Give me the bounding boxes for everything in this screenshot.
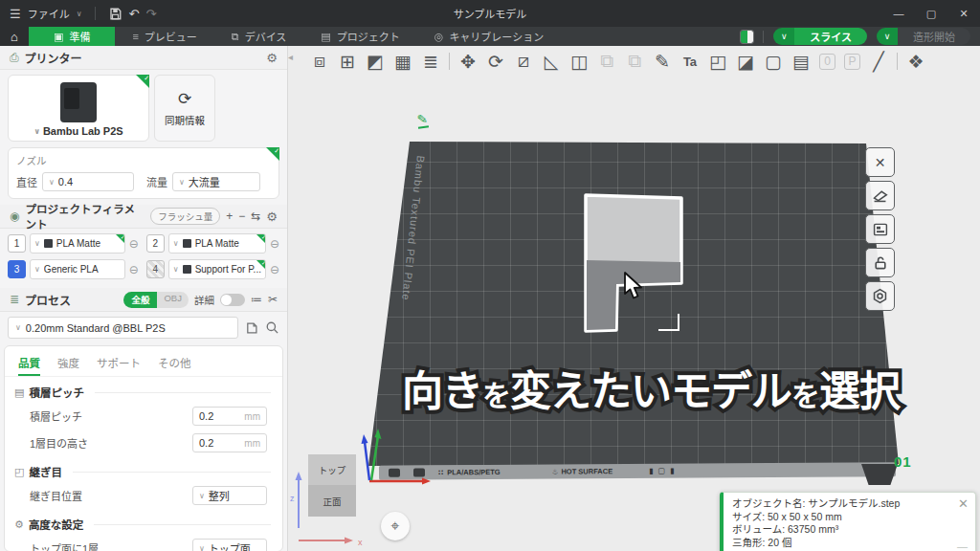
filament-number[interactable]: 1 bbox=[8, 234, 26, 253]
file-menu[interactable]: ファイル bbox=[28, 6, 70, 21]
paint-icon[interactable]: ✎ bbox=[653, 50, 672, 73]
text-tool-icon[interactable]: Ta bbox=[680, 50, 700, 73]
nozzle-flow-value: 大流量 bbox=[189, 174, 220, 189]
variable-layer-height-icon[interactable]: ▤ bbox=[791, 50, 811, 73]
print-button[interactable]: 造形開始 bbox=[898, 28, 970, 45]
synced-badge-icon bbox=[266, 147, 279, 161]
tab-calibration[interactable]: ◎ キャリブレーション bbox=[417, 27, 561, 46]
cut-icon[interactable]: ◫ bbox=[569, 50, 589, 73]
print-dropdown-chevron-icon[interactable]: ∨ bbox=[877, 28, 898, 45]
printer-card[interactable]: ∨ Bambu Lab P2S bbox=[8, 75, 149, 142]
tab-strength[interactable]: 強度 bbox=[57, 355, 79, 370]
lay-on-face-icon[interactable]: ◺ bbox=[542, 50, 561, 73]
remove-slot-icon[interactable]: ⊖ bbox=[129, 263, 139, 276]
tab-others[interactable]: その他 bbox=[158, 355, 191, 370]
first-layer-height-input[interactable]: 0.2 mm bbox=[192, 433, 267, 452]
tab-preview[interactable]: ≡ プレビュー bbox=[115, 27, 213, 46]
deform-icon[interactable]: ▢ bbox=[764, 50, 783, 73]
filament-select[interactable]: ∨ Support For P... bbox=[168, 259, 266, 279]
sync-info-button[interactable]: ⟳ 同期情報 bbox=[154, 75, 215, 142]
undo-icon[interactable]: ↶ bbox=[129, 7, 140, 21]
filament-select[interactable]: ∨ PLA Matte bbox=[168, 233, 266, 253]
tab-project[interactable]: ▤ プロジェクト bbox=[303, 27, 416, 46]
auto-orient-icon[interactable]: ◩ bbox=[366, 50, 385, 73]
auto-arrange-icon[interactable]: ▦ bbox=[393, 50, 412, 73]
menu-icon[interactable]: ☰ bbox=[10, 7, 21, 21]
rotate-icon[interactable]: ⟳ bbox=[486, 50, 505, 73]
assembly-icon[interactable]: ❖ bbox=[906, 50, 925, 73]
svg-text:x: x bbox=[358, 538, 363, 547]
slice-button[interactable]: スライス bbox=[794, 28, 867, 45]
seam-position-select[interactable]: ∨ 整列 bbox=[192, 486, 267, 505]
filament-number[interactable]: 4 bbox=[146, 260, 165, 278]
tab-prepare[interactable]: ▣ 準備 bbox=[29, 27, 115, 46]
measure-icon[interactable]: ╱ bbox=[869, 50, 888, 73]
add-model-icon[interactable]: ⧈ bbox=[310, 50, 329, 73]
edit-plate-name-icon[interactable]: ✎ bbox=[416, 112, 429, 128]
synced-badge-icon bbox=[256, 233, 266, 244]
search-preset-icon[interactable] bbox=[265, 320, 279, 335]
add-plate-icon[interactable]: ⊞ bbox=[338, 50, 357, 73]
scope-global-button[interactable]: 全般 bbox=[123, 292, 157, 308]
param-label: 継ぎ目位置 bbox=[30, 488, 82, 503]
redo-icon[interactable]: ↷ bbox=[145, 7, 156, 21]
scope-object-button[interactable]: OBJ bbox=[157, 292, 188, 308]
plate-list-icon[interactable] bbox=[741, 31, 753, 43]
process-preset-select[interactable]: ∨ 0.20mm Standard @BBL P2S bbox=[8, 317, 238, 339]
printer-name[interactable]: Bambu Lab P2S bbox=[43, 125, 123, 137]
remove-filament-icon[interactable]: − bbox=[238, 209, 245, 223]
orient-plate-button[interactable] bbox=[865, 181, 895, 210]
layer-height-input[interactable]: 0.2 mm bbox=[192, 407, 267, 426]
delete-plate-button[interactable]: ✕ bbox=[865, 147, 895, 177]
minimize-button[interactable]: — bbox=[882, 0, 915, 27]
file-menu-chevron-icon[interactable]: ∨ bbox=[77, 10, 82, 18]
slice-dropdown-chevron-icon[interactable]: ∨ bbox=[773, 28, 794, 45]
lock-plate-button[interactable] bbox=[865, 248, 895, 277]
filament-slot-4: 4 ∨ Support For P... ⊖ bbox=[146, 259, 279, 279]
maximize-button[interactable]: ▢ bbox=[915, 0, 947, 27]
save-icon[interactable] bbox=[108, 7, 122, 21]
filament-number[interactable]: 2 bbox=[146, 234, 165, 253]
move-icon[interactable]: ✥ bbox=[458, 50, 478, 73]
filament-number[interactable]: 3 bbox=[8, 260, 26, 278]
tab-quality[interactable]: 品質 bbox=[18, 355, 40, 376]
remove-slot-icon[interactable]: ⊖ bbox=[129, 237, 139, 251]
printer-section-header: ⎙ プリンター ⚙ bbox=[0, 46, 287, 70]
nozzle-flow-select[interactable]: ∨ 大流量 bbox=[172, 172, 260, 191]
swap-filament-icon[interactable]: ⇆ bbox=[251, 209, 260, 223]
param-list-icon[interactable]: ≔ bbox=[251, 293, 262, 306]
advanced-toggle[interactable] bbox=[220, 294, 245, 306]
process-scope-switch: 全般 OBJ bbox=[123, 292, 189, 308]
close-button[interactable]: ✕ bbox=[947, 0, 980, 27]
save-preset-icon[interactable] bbox=[245, 321, 258, 335]
tab-support[interactable]: サポート bbox=[97, 355, 141, 370]
plate-materials-label: PLA/ABS/PETG bbox=[447, 468, 500, 476]
scale-icon[interactable]: ⧄ bbox=[514, 50, 533, 73]
collapse-sidebar-icon[interactable]: ◂ bbox=[288, 52, 293, 62]
home-button[interactable]: ⌂ bbox=[0, 27, 29, 46]
remove-slot-icon[interactable]: ⊖ bbox=[270, 263, 279, 276]
seam-paint-icon[interactable]: ◰ bbox=[708, 50, 727, 73]
assembly-view-icon[interactable]: ≣ bbox=[421, 50, 440, 73]
top-surface-select[interactable]: ∨ トップ面 bbox=[192, 539, 267, 551]
remove-slot-icon[interactable]: ⊖ bbox=[270, 237, 279, 251]
printer-select-chevron-icon[interactable]: ∨ bbox=[33, 127, 40, 136]
3d-viewport[interactable]: ◂ ⧈ ⊞ ◩ ▦ ≣ ✥ ⟳ ⧄ ◺ ◫ ⧉ ⧉ ✎ Ta ◰ ◪ ▢ ▤ 0… bbox=[287, 46, 980, 551]
orient-sheet-icon bbox=[872, 187, 888, 204]
plate-settings-button[interactable] bbox=[865, 281, 895, 311]
printer-settings-gear-icon[interactable]: ⚙ bbox=[266, 51, 278, 65]
param-tune-icon[interactable]: ✂ bbox=[268, 293, 278, 306]
arrange-plate-button[interactable] bbox=[865, 214, 895, 244]
info-close-icon[interactable]: ✕ bbox=[958, 497, 969, 511]
info-minimize-icon[interactable]: — bbox=[957, 540, 968, 551]
tab-device[interactable]: ⧉ デバイス bbox=[214, 27, 304, 46]
nozzle-diameter-select[interactable]: ∨ 0.4 bbox=[42, 172, 134, 191]
filament-select[interactable]: ∨ Generic PLA bbox=[30, 259, 125, 279]
add-filament-icon[interactable]: + bbox=[226, 209, 233, 223]
filament-select[interactable]: ∨ PLA Matte bbox=[30, 233, 125, 253]
mesh-split-icon[interactable]: ◪ bbox=[736, 50, 755, 73]
recenter-view-button[interactable]: ⌖ bbox=[381, 512, 410, 540]
filament-settings-gear-icon[interactable]: ⚙ bbox=[266, 209, 278, 224]
process-section-title: プロセス bbox=[25, 292, 118, 308]
flush-volume-button[interactable]: フラッシュ量 bbox=[150, 208, 220, 225]
